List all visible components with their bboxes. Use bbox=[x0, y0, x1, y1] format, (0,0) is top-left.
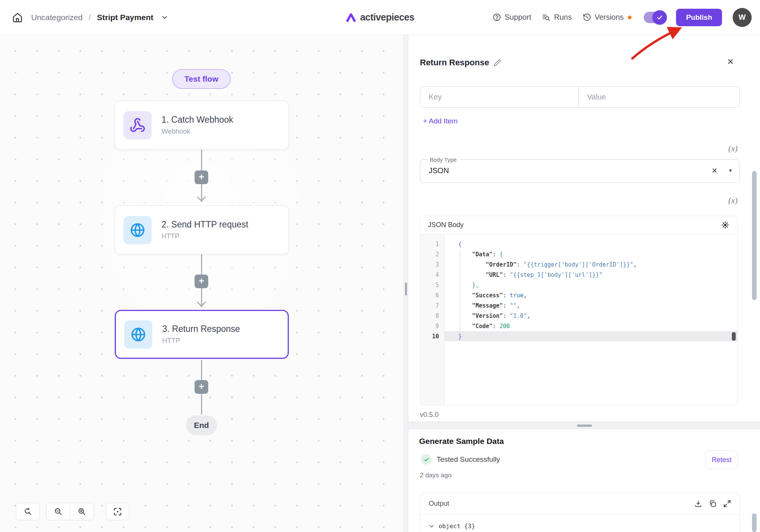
publish-button[interactable]: Publish bbox=[676, 9, 722, 26]
expand-icon[interactable] bbox=[723, 500, 731, 508]
add-item-button[interactable]: + Add Item bbox=[423, 117, 458, 125]
flow-menu-button[interactable] bbox=[161, 14, 168, 21]
line-content[interactable]: }, bbox=[445, 280, 737, 290]
splitter-handle[interactable] bbox=[577, 425, 592, 427]
flow-end-marker: End bbox=[186, 415, 217, 435]
home-button[interactable] bbox=[10, 10, 25, 25]
line-content[interactable]: } bbox=[445, 331, 737, 341]
flow-enabled-toggle[interactable] bbox=[644, 12, 665, 23]
test-flow-button[interactable]: Test flow bbox=[172, 69, 231, 89]
logo-text: activepieces bbox=[360, 12, 415, 23]
panel-scrollbar-thumb[interactable] bbox=[752, 171, 757, 300]
breadcrumb-folder[interactable]: Uncategorized bbox=[31, 13, 82, 22]
line-content[interactable]: "Version": "1.0", bbox=[445, 311, 737, 321]
close-panel-button[interactable]: ✕ bbox=[727, 57, 734, 67]
panel-header: Return Response bbox=[420, 58, 501, 68]
versions-label: Versions bbox=[595, 13, 624, 22]
breadcrumb-separator: / bbox=[89, 13, 91, 22]
line-content[interactable]: "Code": 200 bbox=[445, 321, 737, 331]
code-line[interactable]: 5 }, bbox=[420, 280, 737, 290]
headers-key-value-row bbox=[420, 86, 740, 108]
test-status-label: Tested Successfully bbox=[437, 455, 500, 464]
step-text: 2. Send HTTP request HTTP bbox=[162, 219, 248, 240]
support-label: Support bbox=[505, 13, 531, 22]
test-status-row: Tested Successfully bbox=[421, 454, 500, 465]
line-content[interactable]: { bbox=[445, 239, 737, 249]
code-line[interactable]: 6 "Success": true, bbox=[420, 290, 737, 300]
code-editor[interactable]: 1{2 "Data": {3 "OrderID": "{{trigger['bo… bbox=[420, 234, 737, 406]
code-line[interactable]: 1{ bbox=[420, 239, 737, 249]
zoom-in-button[interactable] bbox=[70, 503, 93, 520]
line-content[interactable]: "URL": "{{step_1['body']['url']}}" bbox=[445, 270, 737, 280]
reset-zoom-button[interactable] bbox=[16, 503, 40, 520]
insert-variable-icon[interactable]: (x) bbox=[728, 144, 738, 153]
globe-icon bbox=[124, 320, 152, 349]
json-body-title: JSON Body bbox=[428, 221, 464, 229]
code-line[interactable]: 4 "URL": "{{step_1['body']['url']}}" bbox=[420, 270, 737, 280]
retest-button[interactable]: Retest bbox=[705, 450, 738, 469]
editor-scrollbar-thumb[interactable] bbox=[732, 332, 736, 341]
output-card: Output object {3} bbox=[420, 493, 740, 532]
insert-variable-icon[interactable]: (x) bbox=[728, 196, 738, 205]
breadcrumb-flow-name[interactable]: Stript Payment bbox=[97, 13, 153, 22]
ai-generate-icon[interactable] bbox=[721, 221, 730, 229]
step-card-return-response[interactable]: 3. Return Response HTTP bbox=[115, 310, 289, 359]
download-icon[interactable] bbox=[694, 500, 702, 508]
zoom-button-group bbox=[46, 503, 94, 520]
key-input[interactable] bbox=[420, 87, 579, 107]
globe-icon bbox=[124, 216, 152, 244]
step-subtitle: HTTP bbox=[162, 337, 240, 345]
tree-node-label[interactable]: object {3} bbox=[439, 523, 475, 530]
line-number: 8 bbox=[420, 313, 445, 319]
value-input[interactable] bbox=[579, 87, 739, 107]
versions-notification-dot bbox=[628, 16, 632, 19]
top-bar-actions: Support Runs Versions Publish W bbox=[492, 8, 752, 27]
line-content[interactable]: "Message": "", bbox=[445, 300, 737, 311]
zoom-out-button[interactable] bbox=[47, 503, 70, 520]
line-content[interactable]: "Data": { bbox=[445, 249, 737, 259]
step-card-send-http[interactable]: 2. Send HTTP request HTTP bbox=[115, 205, 289, 254]
fit-to-view-button[interactable] bbox=[106, 503, 129, 520]
user-avatar[interactable]: W bbox=[733, 8, 752, 27]
add-step-button[interactable]: + bbox=[195, 380, 208, 394]
flow-canvas[interactable]: Test flow + + + 1. Catch Webhook Webhook bbox=[0, 35, 403, 532]
edit-pencil-icon[interactable] bbox=[494, 59, 501, 66]
runs-button[interactable]: Runs bbox=[542, 13, 572, 22]
body-type-label: Body Type bbox=[427, 156, 459, 163]
line-content[interactable]: "OrderID": "{{trigger['body']['OrderID']… bbox=[445, 259, 737, 270]
body-type-value: JSON bbox=[429, 166, 449, 175]
add-step-button[interactable]: + bbox=[195, 275, 208, 288]
step-subtitle: HTTP bbox=[162, 232, 248, 240]
code-line[interactable]: 2 "Data": { bbox=[420, 249, 737, 259]
body-type-select[interactable]: Body Type JSON ✕ ▾ bbox=[420, 156, 740, 183]
clear-selection-icon[interactable]: ✕ bbox=[712, 166, 718, 175]
json-body-header: JSON Body bbox=[420, 216, 737, 234]
line-content[interactable]: "Success": true, bbox=[445, 290, 737, 300]
add-step-button[interactable]: + bbox=[195, 170, 208, 184]
copy-icon[interactable] bbox=[709, 500, 717, 508]
step-title: 1. Catch Webhook bbox=[162, 115, 233, 125]
panel-title: Return Response bbox=[420, 58, 489, 68]
activepieces-logo-icon bbox=[346, 13, 356, 22]
step-card-catch-webhook[interactable]: 1. Catch Webhook Webhook bbox=[115, 101, 289, 150]
code-line[interactable]: 9 "Code": 200 bbox=[420, 321, 737, 331]
step-settings-panel: Return Response ✕ + Add Item (x) Body Ty… bbox=[408, 35, 760, 532]
dropdown-caret-icon[interactable]: ▾ bbox=[729, 167, 732, 174]
help-icon bbox=[492, 13, 501, 22]
section-scrollbar-thumb[interactable] bbox=[752, 513, 757, 532]
splitter-handle[interactable] bbox=[405, 283, 407, 295]
section-resize-splitter[interactable] bbox=[408, 421, 760, 429]
activepieces-logo: activepieces bbox=[346, 12, 415, 23]
line-number: 6 bbox=[420, 292, 445, 299]
tree-collapse-icon[interactable] bbox=[429, 523, 434, 529]
panel-resize-splitter[interactable] bbox=[403, 35, 408, 532]
last-tested-timestamp: 2 days ago bbox=[420, 472, 451, 479]
code-line[interactable]: 7 "Message": "", bbox=[420, 300, 737, 311]
output-header: Output bbox=[420, 493, 739, 515]
support-button[interactable]: Support bbox=[492, 13, 531, 22]
line-number: 2 bbox=[420, 251, 445, 258]
code-line[interactable]: 8 "Version": "1.0", bbox=[420, 311, 737, 321]
code-line[interactable]: 10} bbox=[420, 331, 737, 341]
versions-button[interactable]: Versions bbox=[583, 13, 632, 22]
code-line[interactable]: 3 "OrderID": "{{trigger['body']['OrderID… bbox=[420, 259, 737, 270]
